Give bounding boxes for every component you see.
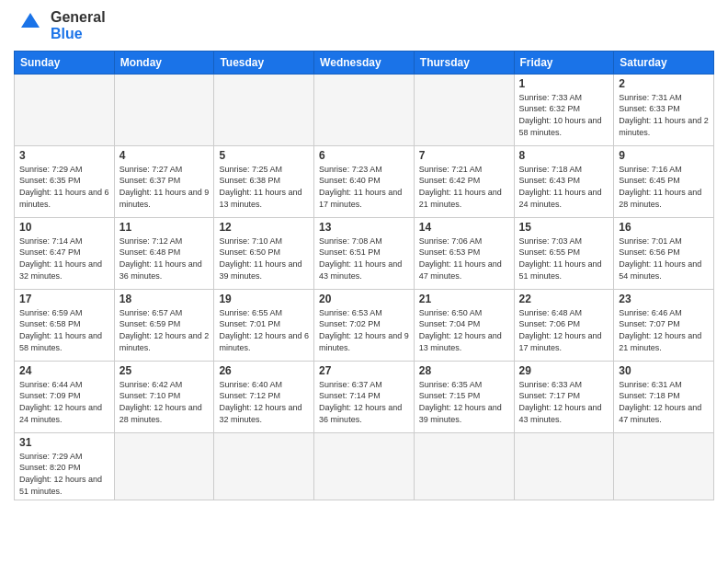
day-number: 31 — [19, 436, 109, 449]
day-number: 14 — [419, 221, 509, 234]
day-number: 18 — [119, 293, 210, 305]
day-header-sunday: Sunday — [15, 51, 115, 74]
calendar-cell: 15Sunrise: 7:03 AM Sunset: 6:55 PM Dayli… — [514, 217, 614, 289]
calendar-cell — [114, 74, 214, 145]
calendar-cell — [414, 432, 514, 500]
calendar-cell: 5Sunrise: 7:25 AM Sunset: 6:38 PM Daylig… — [214, 145, 314, 217]
day-info: Sunrise: 6:48 AM Sunset: 7:06 PM Dayligh… — [519, 307, 609, 353]
calendar-cell: 31Sunrise: 7:29 AM Sunset: 8:20 PM Dayli… — [15, 432, 115, 500]
day-info: Sunrise: 6:37 AM Sunset: 7:14 PM Dayligh… — [319, 379, 409, 425]
calendar-cell: 9Sunrise: 7:16 AM Sunset: 6:45 PM Daylig… — [614, 145, 714, 217]
calendar-cell: 10Sunrise: 7:14 AM Sunset: 6:47 PM Dayli… — [15, 217, 115, 289]
day-number: 4 — [119, 149, 210, 162]
day-number: 6 — [319, 149, 409, 162]
day-number: 12 — [219, 221, 309, 234]
day-info: Sunrise: 6:55 AM Sunset: 7:01 PM Dayligh… — [219, 307, 309, 353]
calendar-cell: 26Sunrise: 6:40 AM Sunset: 7:12 PM Dayli… — [214, 361, 314, 432]
day-info: Sunrise: 6:53 AM Sunset: 7:02 PM Dayligh… — [319, 307, 409, 353]
calendar-cell — [414, 74, 514, 145]
day-number: 19 — [219, 293, 309, 305]
day-info: Sunrise: 7:01 AM Sunset: 6:56 PM Dayligh… — [619, 236, 709, 282]
day-info: Sunrise: 6:33 AM Sunset: 7:17 PM Dayligh… — [519, 379, 609, 425]
calendar-cell — [114, 432, 214, 500]
svg-marker-0 — [21, 13, 40, 28]
calendar-cell: 24Sunrise: 6:44 AM Sunset: 7:09 PM Dayli… — [15, 361, 115, 432]
day-info: Sunrise: 6:46 AM Sunset: 7:07 PM Dayligh… — [619, 307, 709, 353]
day-header-monday: Monday — [114, 51, 214, 74]
calendar-cell: 25Sunrise: 6:42 AM Sunset: 7:10 PM Dayli… — [114, 361, 214, 432]
calendar-cell: 2Sunrise: 7:31 AM Sunset: 6:33 PM Daylig… — [614, 74, 714, 145]
calendar-cell — [514, 432, 614, 500]
calendar-cell: 6Sunrise: 7:23 AM Sunset: 6:40 PM Daylig… — [314, 145, 415, 217]
day-number: 27 — [319, 364, 409, 377]
calendar-cell: 21Sunrise: 6:50 AM Sunset: 7:04 PM Dayli… — [414, 289, 514, 361]
day-number: 10 — [19, 221, 109, 234]
calendar-cell: 7Sunrise: 7:21 AM Sunset: 6:42 PM Daylig… — [414, 145, 514, 217]
day-number: 20 — [319, 293, 409, 305]
day-number: 28 — [419, 364, 509, 377]
calendar-cell — [314, 74, 415, 145]
week-row-6: 31Sunrise: 7:29 AM Sunset: 8:20 PM Dayli… — [15, 432, 714, 500]
day-info: Sunrise: 7:08 AM Sunset: 6:51 PM Dayligh… — [319, 236, 409, 282]
days-header-row: SundayMondayTuesdayWednesdayThursdayFrid… — [15, 51, 714, 74]
day-number: 23 — [619, 293, 709, 305]
day-number: 8 — [519, 149, 609, 162]
day-number: 25 — [119, 364, 210, 377]
day-number: 26 — [219, 364, 309, 377]
calendar-cell: 29Sunrise: 6:33 AM Sunset: 7:17 PM Dayli… — [514, 361, 614, 432]
calendar-cell: 19Sunrise: 6:55 AM Sunset: 7:01 PM Dayli… — [214, 289, 314, 361]
day-header-tuesday: Tuesday — [214, 51, 314, 74]
day-header-friday: Friday — [514, 51, 614, 74]
day-info: Sunrise: 6:40 AM Sunset: 7:12 PM Dayligh… — [219, 379, 309, 425]
week-row-5: 24Sunrise: 6:44 AM Sunset: 7:09 PM Dayli… — [15, 361, 714, 432]
header: GeneralBlue — [14, 9, 714, 43]
calendar: SundayMondayTuesdayWednesdayThursdayFrid… — [14, 51, 714, 500]
day-info: Sunrise: 7:25 AM Sunset: 6:38 PM Dayligh… — [219, 164, 309, 210]
day-info: Sunrise: 7:16 AM Sunset: 6:45 PM Dayligh… — [619, 164, 709, 210]
logo-general: General — [51, 9, 106, 26]
day-info: Sunrise: 7:12 AM Sunset: 6:48 PM Dayligh… — [119, 236, 210, 282]
logo-bird-icon — [14, 11, 47, 40]
calendar-cell: 23Sunrise: 6:46 AM Sunset: 7:07 PM Dayli… — [614, 289, 714, 361]
calendar-cell: 20Sunrise: 6:53 AM Sunset: 7:02 PM Dayli… — [314, 289, 415, 361]
day-info: Sunrise: 6:57 AM Sunset: 6:59 PM Dayligh… — [119, 307, 210, 353]
day-number: 30 — [619, 364, 709, 377]
page: GeneralBlue SundayMondayTuesdayWednesday… — [0, 0, 728, 563]
day-info: Sunrise: 7:06 AM Sunset: 6:53 PM Dayligh… — [419, 236, 509, 282]
calendar-cell: 12Sunrise: 7:10 AM Sunset: 6:50 PM Dayli… — [214, 217, 314, 289]
week-row-3: 10Sunrise: 7:14 AM Sunset: 6:47 PM Dayli… — [15, 217, 714, 289]
calendar-cell: 17Sunrise: 6:59 AM Sunset: 6:58 PM Dayli… — [15, 289, 115, 361]
calendar-cell: 30Sunrise: 6:31 AM Sunset: 7:18 PM Dayli… — [614, 361, 714, 432]
day-info: Sunrise: 7:18 AM Sunset: 6:43 PM Dayligh… — [519, 164, 609, 210]
day-number: 15 — [519, 221, 609, 234]
day-info: Sunrise: 7:33 AM Sunset: 6:32 PM Dayligh… — [519, 92, 609, 138]
day-info: Sunrise: 7:03 AM Sunset: 6:55 PM Dayligh… — [519, 236, 609, 282]
day-info: Sunrise: 6:59 AM Sunset: 6:58 PM Dayligh… — [19, 307, 109, 353]
calendar-cell: 13Sunrise: 7:08 AM Sunset: 6:51 PM Dayli… — [314, 217, 415, 289]
day-info: Sunrise: 7:29 AM Sunset: 6:35 PM Dayligh… — [19, 164, 109, 210]
calendar-cell: 28Sunrise: 6:35 AM Sunset: 7:15 PM Dayli… — [414, 361, 514, 432]
day-number: 24 — [19, 364, 109, 377]
logo: GeneralBlue — [14, 9, 106, 43]
day-number: 5 — [219, 149, 309, 162]
day-number: 29 — [519, 364, 609, 377]
calendar-cell — [614, 432, 714, 500]
week-row-4: 17Sunrise: 6:59 AM Sunset: 6:58 PM Dayli… — [15, 289, 714, 361]
day-info: Sunrise: 6:42 AM Sunset: 7:10 PM Dayligh… — [119, 379, 210, 425]
calendar-cell: 16Sunrise: 7:01 AM Sunset: 6:56 PM Dayli… — [614, 217, 714, 289]
day-number: 17 — [19, 293, 109, 305]
calendar-cell: 27Sunrise: 6:37 AM Sunset: 7:14 PM Dayli… — [314, 361, 415, 432]
day-number: 1 — [519, 77, 609, 90]
calendar-cell — [214, 74, 314, 145]
day-info: Sunrise: 7:21 AM Sunset: 6:42 PM Dayligh… — [419, 164, 509, 210]
day-info: Sunrise: 7:29 AM Sunset: 8:20 PM Dayligh… — [19, 451, 109, 497]
day-number: 16 — [619, 221, 709, 234]
day-number: 11 — [119, 221, 210, 234]
logo-blue: Blue — [51, 26, 106, 42]
day-info: Sunrise: 6:50 AM Sunset: 7:04 PM Dayligh… — [419, 307, 509, 353]
day-info: Sunrise: 6:31 AM Sunset: 7:18 PM Dayligh… — [619, 379, 709, 425]
calendar-cell: 11Sunrise: 7:12 AM Sunset: 6:48 PM Dayli… — [114, 217, 214, 289]
calendar-cell — [314, 432, 415, 500]
day-info: Sunrise: 7:31 AM Sunset: 6:33 PM Dayligh… — [619, 92, 709, 138]
day-header-thursday: Thursday — [414, 51, 514, 74]
